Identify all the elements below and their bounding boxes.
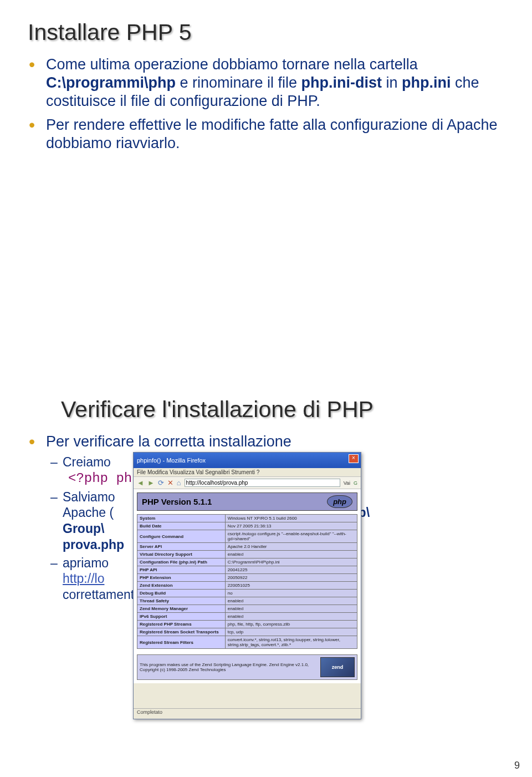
home-icon[interactable]: ⌂ bbox=[177, 479, 181, 487]
table-key: Thread Safety bbox=[137, 597, 226, 605]
window-title: phpinfo() - Mozilla Firefox bbox=[137, 457, 206, 464]
zend-logo: zend bbox=[320, 657, 355, 677]
table-key: Virtual Directory Support bbox=[137, 551, 226, 558]
table-row: Registered PHP Streamsphp, file, http, f… bbox=[137, 621, 357, 628]
table-row: Virtual Directory Supportenabled bbox=[137, 551, 357, 558]
table-row: Zend Memory Managerenabled bbox=[137, 605, 357, 613]
table-row: Debug Buildno bbox=[137, 590, 357, 597]
table-key: Build Date bbox=[137, 522, 226, 530]
table-row: Configuration File (php.ini) PathC:\Prog… bbox=[137, 558, 357, 566]
table-value: php, file, http, ftp, compress.zlib bbox=[225, 621, 357, 628]
table-value: Windows NT XP/RO 5.1 build 2600 bbox=[225, 515, 357, 522]
table-key: Zend Extension bbox=[137, 582, 226, 590]
table-key: Zend Memory Manager bbox=[137, 605, 226, 613]
back-icon[interactable]: ◄ bbox=[137, 479, 144, 487]
table-value: Apache 2.0 Handler bbox=[225, 543, 357, 551]
table-value: 20041225 bbox=[225, 566, 357, 574]
table-key: PHP Extension bbox=[137, 574, 226, 582]
firefox-window: phpinfo() - Mozilla Firefox × File Modif… bbox=[133, 452, 361, 719]
table-value: 220051025 bbox=[225, 582, 357, 590]
table-key: System bbox=[137, 515, 226, 522]
table-value: cscript /nologo configure.js "--enable-s… bbox=[225, 530, 357, 543]
reload-icon[interactable]: ⟳ bbox=[158, 479, 164, 487]
close-icon[interactable]: × bbox=[349, 454, 359, 463]
bullet-text: Come ultima operazione dobbiamo tornare … bbox=[46, 56, 479, 109]
forward-icon[interactable]: ► bbox=[147, 479, 155, 487]
table-key: Debug Build bbox=[137, 590, 226, 597]
bullet-text: Per rendere effettive le modifiche fatte… bbox=[46, 116, 498, 151]
slide-install-php5: Installare PHP 5 Come ultima operazione … bbox=[0, 0, 532, 377]
table-row: Thread Safetyenabled bbox=[137, 597, 357, 605]
table-value: enabled bbox=[225, 597, 357, 605]
table-row: IPv6 Supportenabled bbox=[137, 613, 357, 621]
table-row: Zend Extension220051025 bbox=[137, 582, 357, 590]
table-row: Registered Stream Socket Transportstcp, … bbox=[137, 628, 357, 636]
table-value: tcp, udp bbox=[225, 628, 357, 636]
table-value: C:\Programmi\PHP\php.ini bbox=[225, 558, 357, 566]
table-row: Registered Stream Filtersconvert.iconv.*… bbox=[137, 636, 357, 649]
table-value: Nov 27 2005 21:36:13 bbox=[225, 522, 357, 530]
table-row: PHP Extension20050922 bbox=[137, 574, 357, 582]
table-key: Registered Stream Socket Transports bbox=[137, 628, 226, 636]
table-value: 20050922 bbox=[225, 574, 357, 582]
table-key: Configuration File (php.ini) Path bbox=[137, 558, 226, 566]
php-version: PHP Version 5.1.1 bbox=[142, 497, 212, 506]
phpinfo-header: PHP Version 5.1.1 php bbox=[137, 492, 357, 511]
bullet-item: Per rendere effettive le modifiche fatte… bbox=[43, 116, 504, 153]
table-key: PHP API bbox=[137, 566, 226, 574]
table-value: convert.iconv.*, string.rot13, string.to… bbox=[225, 636, 357, 649]
browser-toolbar: ◄ ► ⟳ ✕ ⌂ Vai G bbox=[134, 477, 361, 489]
php-logo: php bbox=[327, 495, 352, 508]
page-number: 9 bbox=[514, 760, 520, 771]
table-row: Build DateNov 27 2005 21:36:13 bbox=[137, 522, 357, 530]
url-link[interactable]: http://lo bbox=[63, 571, 104, 586]
urlbar-input[interactable] bbox=[185, 479, 340, 487]
slide2-title: Verificare l'installazione di PHP bbox=[28, 397, 504, 423]
table-row: Configure Commandcscript /nologo configu… bbox=[137, 530, 357, 543]
page-content: PHP Version 5.1.1 php SystemWindows NT X… bbox=[134, 489, 361, 683]
browser-statusbar: Completato bbox=[134, 708, 361, 719]
table-row: SystemWindows NT XP/RO 5.1 build 2600 bbox=[137, 515, 357, 522]
table-value: enabled bbox=[225, 551, 357, 558]
window-titlebar[interactable]: phpinfo() - Mozilla Firefox × bbox=[134, 453, 361, 468]
table-key: IPv6 Support bbox=[137, 613, 226, 621]
go-button[interactable]: Vai bbox=[344, 480, 350, 486]
table-key: Registered Stream Filters bbox=[137, 636, 226, 649]
stop-icon[interactable]: ✕ bbox=[167, 479, 173, 487]
slide1-title: Installare PHP 5 bbox=[28, 19, 504, 45]
table-value: enabled bbox=[225, 613, 357, 621]
browser-menu[interactable]: File Modifica Visualizza Val Segnalibri … bbox=[134, 468, 361, 477]
search-google-icon[interactable]: G bbox=[354, 480, 357, 486]
bullet-text: Per verificare la corretta installazione bbox=[46, 433, 291, 450]
zend-box: This program makes use of the Zend Scrip… bbox=[137, 654, 357, 680]
phpinfo-table: SystemWindows NT XP/RO 5.1 build 2600Bui… bbox=[137, 514, 357, 649]
zend-text: This program makes use of the Zend Scrip… bbox=[140, 662, 320, 672]
table-row: PHP API20041225 bbox=[137, 566, 357, 574]
table-value: enabled bbox=[225, 605, 357, 613]
table-row: Server APIApache 2.0 Handler bbox=[137, 543, 357, 551]
slide-verify-php: Verificare l'installazione di PHP Per ve… bbox=[0, 377, 532, 777]
table-key: Configure Command bbox=[137, 530, 226, 543]
table-key: Server API bbox=[137, 543, 226, 551]
table-key: Registered PHP Streams bbox=[137, 621, 226, 628]
slide1-bullets: Come ultima operazione dobbiamo tornare … bbox=[28, 55, 504, 153]
table-value: no bbox=[225, 590, 357, 597]
bullet-item: Come ultima operazione dobbiamo tornare … bbox=[43, 55, 504, 110]
